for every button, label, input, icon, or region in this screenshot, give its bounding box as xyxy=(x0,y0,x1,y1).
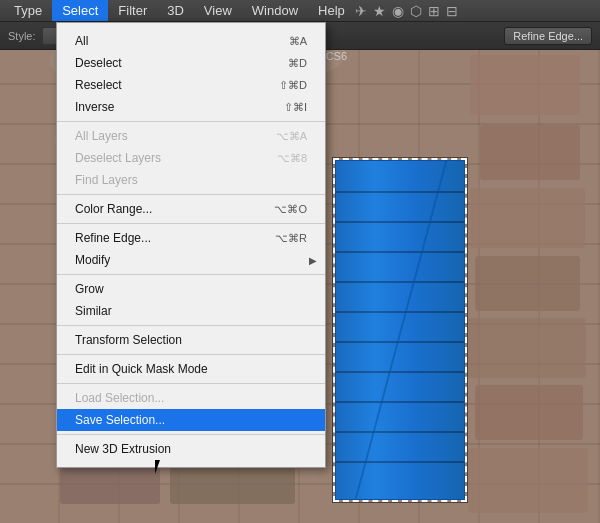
shutter-brace xyxy=(355,161,448,499)
stone-r1 xyxy=(470,55,580,115)
menu-item-3d[interactable]: 3D xyxy=(157,0,194,21)
menu-item-deselect-layers: Deselect Layers ⌥⌘8 xyxy=(57,147,325,169)
menu-item-new-3d-extrusion[interactable]: New 3D Extrusion xyxy=(57,438,325,460)
select-menu-dropdown: All ⌘A Deselect ⌘D Reselect ⇧⌘D Inverse … xyxy=(56,22,326,468)
menu-group-save-load: Load Selection... Save Selection... xyxy=(57,384,325,435)
menu-group-basic: All ⌘A Deselect ⌘D Reselect ⇧⌘D Inverse … xyxy=(57,27,325,122)
stone-r5 xyxy=(468,318,586,378)
ps-icon-5: ⊞ xyxy=(428,3,440,19)
stone-r2 xyxy=(480,125,580,180)
ps-icon-2: ★ xyxy=(373,3,386,19)
stone-r6 xyxy=(475,385,583,440)
menu-group-3d: New 3D Extrusion xyxy=(57,435,325,463)
menu-item-deselect[interactable]: Deselect ⌘D xyxy=(57,52,325,74)
shutter-plank-4 xyxy=(336,281,464,283)
shutter-plank-5 xyxy=(336,311,464,313)
menu-group-color-range: Color Range... ⌥⌘O xyxy=(57,195,325,224)
menu-item-window[interactable]: Window xyxy=(242,0,308,21)
shutter-plank-3 xyxy=(336,251,464,253)
menu-item-select[interactable]: Select xyxy=(52,0,108,21)
shutter-plank-6 xyxy=(336,341,464,343)
menu-item-color-range[interactable]: Color Range... ⌥⌘O xyxy=(57,198,325,220)
menu-item-find-layers: Find Layers xyxy=(57,169,325,191)
shutter-plank-1 xyxy=(336,191,464,193)
menu-item-refine-edge[interactable]: Refine Edge... ⌥⌘R xyxy=(57,227,325,249)
menu-item-all[interactable]: All ⌘A xyxy=(57,30,325,52)
ps-icon-3: ◉ xyxy=(392,3,404,19)
style-label: Style: xyxy=(8,30,36,42)
ps-icon-4: ⬡ xyxy=(410,3,422,19)
shutter-plank-8 xyxy=(336,401,464,403)
menu-group-refine: Refine Edge... ⌥⌘R Modify ▶ xyxy=(57,224,325,275)
refine-edge-button[interactable]: Refine Edge... xyxy=(504,27,592,45)
menu-item-all-layers: All Layers ⌥⌘A xyxy=(57,125,325,147)
menu-item-modify[interactable]: Modify ▶ xyxy=(57,249,325,271)
menu-item-similar[interactable]: Similar xyxy=(57,300,325,322)
menu-item-reselect[interactable]: Reselect ⇧⌘D xyxy=(57,74,325,96)
shutter-plank-9 xyxy=(336,431,464,433)
menu-group-grow: Grow Similar xyxy=(57,275,325,326)
menu-group-quick-mask: Edit in Quick Mask Mode xyxy=(57,355,325,384)
shutter-plank-2 xyxy=(336,221,464,223)
menu-items: Type Select Filter 3D View Window Help ✈… xyxy=(0,0,466,21)
ps-icon-1: ✈ xyxy=(355,3,367,19)
menu-item-load-selection: Load Selection... xyxy=(57,387,325,409)
menu-item-transform-selection[interactable]: Transform Selection xyxy=(57,329,325,351)
menu-bar: Type Select Filter 3D View Window Help ✈… xyxy=(0,0,600,22)
menu-item-grow[interactable]: Grow xyxy=(57,278,325,300)
stone-r3 xyxy=(470,188,585,248)
shutter-plank-10 xyxy=(336,461,464,463)
stone-r7 xyxy=(468,448,588,513)
menu-item-filter[interactable]: Filter xyxy=(108,0,157,21)
menu-item-save-selection[interactable]: Save Selection... xyxy=(57,409,325,431)
modify-arrow-icon: ▶ xyxy=(309,255,317,266)
menu-item-type[interactable]: Type xyxy=(4,0,52,21)
stone-r4 xyxy=(475,256,580,311)
menu-item-quick-mask[interactable]: Edit in Quick Mask Mode xyxy=(57,358,325,380)
menu-group-layers: All Layers ⌥⌘A Deselect Layers ⌥⌘8 Find … xyxy=(57,122,325,195)
menu-group-transform: Transform Selection xyxy=(57,326,325,355)
menu-item-help[interactable]: Help xyxy=(308,0,355,21)
menu-item-inverse[interactable]: Inverse ⇧⌘I xyxy=(57,96,325,118)
blue-shutter xyxy=(335,160,465,500)
ps-icon-6: ⊟ xyxy=(446,3,458,19)
shutter-plank-7 xyxy=(336,371,464,373)
menu-item-view[interactable]: View xyxy=(194,0,242,21)
